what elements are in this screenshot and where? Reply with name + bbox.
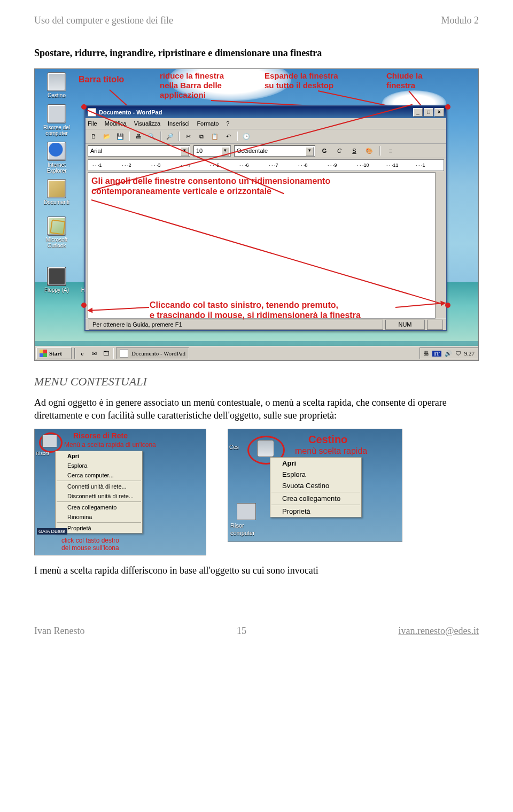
taskbar-app-button[interactable]: Documento - WordPad xyxy=(116,347,189,359)
computer-icon xyxy=(237,503,256,520)
anno-titlebar: Barra titolo xyxy=(79,74,124,84)
screenshot-window-controls: CestinoRisorse del computerRisorsInterne… xyxy=(34,68,479,361)
side-label-computer: computer xyxy=(230,530,255,536)
close-button[interactable]: × xyxy=(434,108,444,117)
quicklaunch-desktop-icon[interactable]: 🗔 xyxy=(100,348,111,359)
underline-button[interactable]: S xyxy=(348,145,360,157)
quicklaunch-outlook-icon[interactable]: ✉ xyxy=(89,348,99,359)
screenshot-contextmenu-network: Risorse di Rete Menù a scelta rapida di … xyxy=(34,429,206,555)
menu-item[interactable]: Inserisci xyxy=(168,120,189,127)
desktop-icon[interactable]: Risorse del computer xyxy=(38,104,75,136)
datetime-icon[interactable]: 🕒 xyxy=(240,130,252,142)
footer-email[interactable]: ivan.renesto@edes.it xyxy=(398,625,479,637)
charset-combo[interactable]: Occidentale xyxy=(234,145,315,157)
context-menu-item[interactable]: Crea collegamento xyxy=(270,493,361,504)
desktop-icon[interactable]: Cestino xyxy=(38,72,75,98)
section-title-2: MENU CONTESTUALI xyxy=(34,375,479,389)
desktop-icon-label: Microsoft Outlook xyxy=(38,237,75,249)
trash-icon[interactable] xyxy=(257,440,274,457)
menu-item[interactable]: Visualizza xyxy=(134,120,160,127)
context-menu-item[interactable]: Svuota Cestino xyxy=(270,480,361,491)
ruler[interactable]: · · ·1· · ·2· · ·3· · ·4· · ·5· · ·6· · … xyxy=(88,159,444,171)
context-menu-item[interactable]: Connetti unità di rete... xyxy=(56,482,142,491)
context-menu-trash[interactable]: ApriEsploraSvuota CestinoCrea collegamen… xyxy=(270,457,362,517)
language-indicator[interactable]: IT xyxy=(432,351,441,357)
menu-item[interactable]: ? xyxy=(226,120,229,127)
clock[interactable]: 9.27 xyxy=(464,350,475,357)
screenshot-contextmenu-trash: Ces Cestino menù scelta rapida ApriEsplo… xyxy=(228,429,402,542)
menu-item[interactable]: Formato xyxy=(197,120,219,127)
desktop-icon-label: Documenti xyxy=(38,199,75,205)
desktop-icon-label: Risorse del computer xyxy=(38,125,75,136)
align-left-icon[interactable]: ≡ xyxy=(385,145,397,157)
anno-close: Chiude la finestra xyxy=(386,71,423,90)
context-menu-item[interactable]: Esplora xyxy=(56,461,142,470)
tray-shield-icon[interactable]: 🛡 xyxy=(455,350,461,357)
bold-button[interactable]: G xyxy=(318,145,330,157)
new-icon[interactable]: 🗋 xyxy=(88,130,99,142)
context-menu-item[interactable]: Proprietà xyxy=(270,506,361,517)
desktop-icon-label: Internet Explorer xyxy=(38,162,75,174)
mini-right-title: Cestino xyxy=(308,434,347,446)
mini-right-subtitle: menù scelta rapida xyxy=(295,446,367,456)
color-icon[interactable]: 🎨 xyxy=(363,145,375,157)
context-menu-item[interactable]: Apri xyxy=(270,458,361,469)
context-menu-item[interactable]: Apri xyxy=(56,451,142,461)
desktop-icon-label: Cestino xyxy=(38,92,75,98)
wordpad-document[interactable]: Gli angoli delle finestre consentono un … xyxy=(88,172,436,319)
paragraph-contextual: Ad ogni oggetto è in genere associato un… xyxy=(34,396,479,422)
desktop-icon[interactable]: Microsoft Outlook xyxy=(38,216,75,249)
header-left: Uso del computer e gestione dei file xyxy=(34,15,173,26)
tray-icon[interactable]: 🖶 xyxy=(423,350,429,357)
page-header: Uso del computer e gestione dei file Mod… xyxy=(34,15,479,26)
conclusion-paragraph: I menù a scelta rapida differiscono in b… xyxy=(34,565,479,576)
undo-icon[interactable]: ↶ xyxy=(222,130,234,142)
save-icon[interactable]: 💾 xyxy=(114,130,126,142)
open-icon[interactable]: 📂 xyxy=(101,130,113,142)
wordpad-window: Documento - WordPad _ □ × FileModificaVi… xyxy=(84,105,447,331)
desktop-icon-glyph xyxy=(47,72,66,91)
badge-gaia: GAIA DBase xyxy=(37,528,67,535)
mini-left-title: Risorse di Rete xyxy=(73,431,128,440)
desktop-icon[interactable]: Internet Explorer xyxy=(38,142,75,174)
context-menu-item[interactable]: Rinomina xyxy=(56,512,142,522)
context-menu-item[interactable]: Cerca computer... xyxy=(56,470,142,480)
desktop-icon-glyph xyxy=(47,104,66,123)
side-label-risor: Risor xyxy=(230,522,244,529)
status-num: NUM xyxy=(385,320,425,330)
maximize-button[interactable]: □ xyxy=(424,108,433,117)
context-menu-item[interactable]: Proprietà xyxy=(56,523,142,533)
context-menu-item[interactable]: Crea collegamento xyxy=(56,502,142,512)
minimize-button[interactable]: _ xyxy=(413,108,423,117)
start-button[interactable]: Start xyxy=(36,347,72,359)
context-menu-network[interactable]: ApriEsploraCerca computer...Connetti uni… xyxy=(55,451,143,533)
desktop-icon-label: Floppy (A) xyxy=(38,287,75,293)
italic-button[interactable]: C xyxy=(333,145,345,157)
cut-icon[interactable]: ✂ xyxy=(182,130,194,142)
desktop-icon-glyph xyxy=(47,267,66,286)
context-menu-item[interactable]: Disconnetti unità di rete... xyxy=(56,491,142,501)
tray-volume-icon[interactable]: 🔊 xyxy=(445,350,452,357)
copy-icon[interactable]: ⧉ xyxy=(196,130,207,142)
status-help-text: Per ottenere la Guida, premere F1 xyxy=(89,320,383,330)
find-icon[interactable]: 🔎 xyxy=(164,130,176,142)
context-menu-item[interactable]: Esplora xyxy=(270,469,361,480)
wordpad-menubar[interactable]: FileModificaVisualizzaInserisciFormato? xyxy=(86,118,446,129)
taskbar[interactable]: Start e ✉ 🗔 Documento - WordPad 🖶 IT 🔊 🛡… xyxy=(35,346,478,360)
anno-maximize: Espande la finestra su tutto il desktop xyxy=(265,71,338,90)
menu-item[interactable]: File xyxy=(88,120,97,127)
network-icon[interactable] xyxy=(42,435,57,447)
system-tray[interactable]: 🖶 IT 🔊 🛡 9.27 xyxy=(419,347,478,359)
header-right: Modulo 2 xyxy=(441,15,479,26)
wordpad-task-icon xyxy=(120,349,128,358)
desktop-icon[interactable]: Documenti xyxy=(38,179,75,205)
anno-drag: Cliccando col tasto sinistro, tenendo pr… xyxy=(150,300,361,320)
anno-corners: Gli angoli delle finestre consentono un … xyxy=(91,176,432,196)
paste-icon[interactable]: 📋 xyxy=(209,130,221,142)
wordpad-titlebar[interactable]: Documento - WordPad _ □ × xyxy=(86,106,446,118)
desktop-icon-glyph xyxy=(47,216,66,236)
desktop-icon[interactable]: Floppy (A) xyxy=(38,267,75,293)
wordpad-format-bar[interactable]: Arial 10 Occidentale G C S 🎨 ≡ xyxy=(86,144,446,158)
quicklaunch-ie-icon[interactable]: e xyxy=(77,348,88,359)
desktop-icon-glyph xyxy=(47,179,66,198)
